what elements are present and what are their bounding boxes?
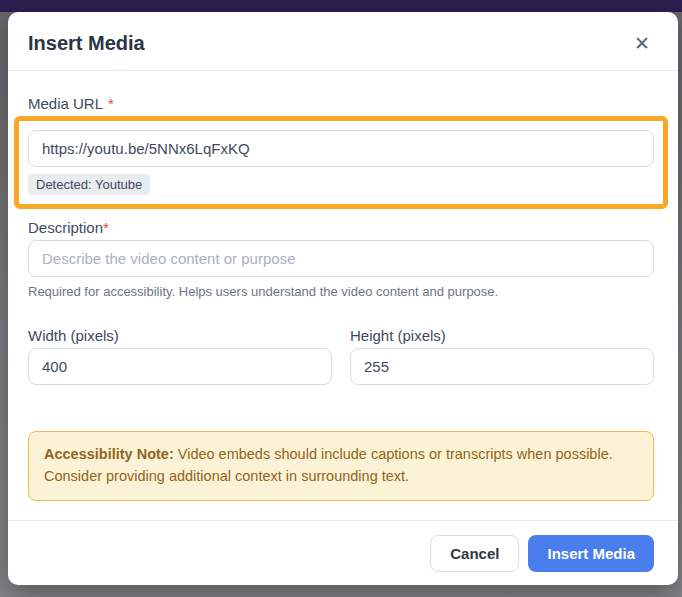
width-input[interactable]	[28, 348, 332, 385]
accessibility-note: Accessibility Note:Video embeds should i…	[28, 431, 654, 501]
required-asterisk: *	[108, 95, 114, 112]
description-label: Description*	[28, 219, 654, 236]
accessibility-note-title: Accessibility Note:	[44, 446, 174, 462]
required-asterisk: *	[103, 219, 109, 236]
description-input[interactable]	[28, 240, 654, 277]
insert-media-dialog: Insert Media ✕ Media URL* Detected: Yout…	[8, 12, 678, 585]
dialog-header: Insert Media ✕	[8, 12, 678, 71]
page-header-bar	[0, 0, 682, 12]
dialog-body: Media URL* Detected: Youtube Description…	[8, 71, 678, 520]
description-label-text: Description	[28, 219, 103, 236]
height-label: Height (pixels)	[350, 327, 654, 344]
cancel-button[interactable]: Cancel	[430, 535, 519, 572]
dialog-footer: Cancel Insert Media	[8, 520, 678, 585]
dialog-title: Insert Media	[28, 32, 145, 55]
description-field: Description* Required for accessibility.…	[28, 219, 654, 299]
media-url-field: Media URL* Detected: Youtube	[28, 95, 654, 209]
width-label: Width (pixels)	[28, 327, 332, 344]
media-url-input[interactable]	[28, 130, 654, 167]
close-icon[interactable]: ✕	[632, 34, 652, 53]
insert-media-button[interactable]: Insert Media	[528, 535, 654, 572]
height-input[interactable]	[350, 348, 654, 385]
media-url-label: Media URL*	[28, 95, 654, 112]
media-url-label-text: Media URL	[28, 95, 103, 112]
description-helper-text: Required for accessibility. Helps users …	[28, 284, 654, 299]
width-field: Width (pixels)	[28, 327, 332, 385]
height-field: Height (pixels)	[350, 327, 654, 385]
detected-platform-badge: Detected: Youtube	[28, 174, 150, 195]
media-url-highlight-box: Detected: Youtube	[14, 116, 668, 209]
dimensions-row: Width (pixels) Height (pixels)	[28, 327, 654, 385]
